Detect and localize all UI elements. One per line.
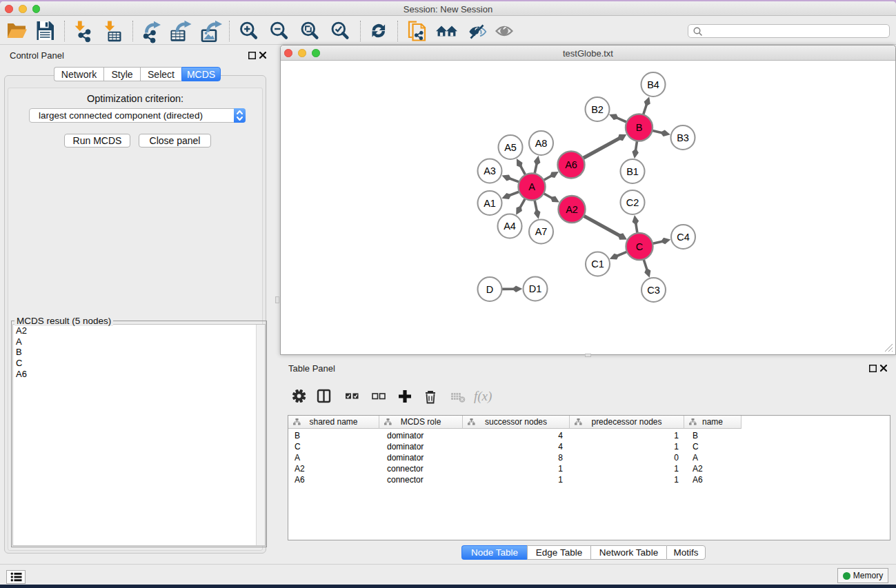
svg-text:A: A xyxy=(528,181,535,192)
svg-text:A3: A3 xyxy=(484,165,496,176)
svg-text:A5: A5 xyxy=(504,142,517,153)
svg-text:C1: C1 xyxy=(591,258,604,270)
svg-text:A8: A8 xyxy=(535,138,548,149)
svg-text:A6: A6 xyxy=(565,159,577,170)
svg-text:A4: A4 xyxy=(504,221,516,232)
svg-text:f(x): f(x) xyxy=(474,389,492,404)
svg-text:C2: C2 xyxy=(626,197,639,208)
svg-text:C: C xyxy=(636,241,643,252)
svg-text:A2: A2 xyxy=(566,204,578,215)
svg-text:C4: C4 xyxy=(677,232,690,243)
svg-text:B2: B2 xyxy=(591,104,604,115)
svg-text:B4: B4 xyxy=(647,79,659,90)
svg-text:D1: D1 xyxy=(529,283,542,294)
svg-text:A7: A7 xyxy=(535,226,548,237)
svg-text:D: D xyxy=(486,284,493,295)
svg-text:B1: B1 xyxy=(626,166,639,177)
svg-text:A1: A1 xyxy=(484,198,496,209)
svg-text:B3: B3 xyxy=(677,132,689,143)
svg-text:C3: C3 xyxy=(647,285,660,296)
svg-text:B: B xyxy=(636,122,643,133)
